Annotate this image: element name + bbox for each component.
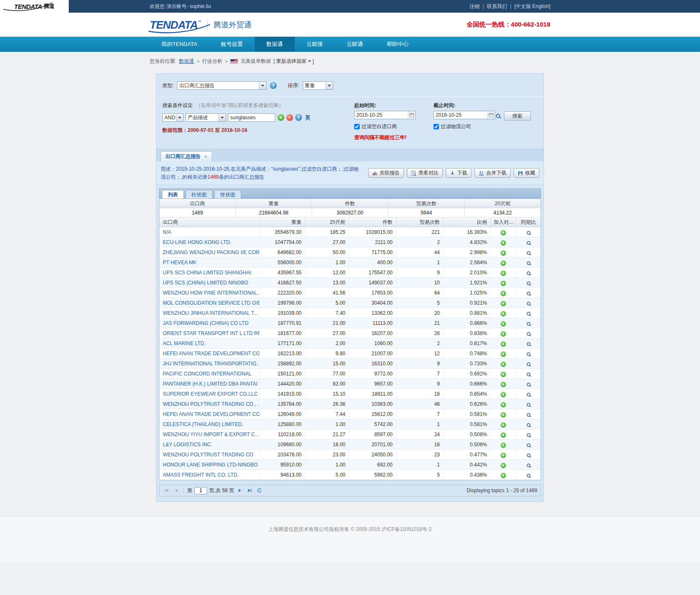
year-compare-magnifier-icon[interactable] [527, 261, 530, 265]
add-to-compare-icon[interactable] [501, 382, 506, 387]
report-type-select[interactable]: 出口商汇总报告 [177, 81, 267, 90]
add-to-compare-icon[interactable] [501, 240, 506, 246]
add-to-compare-icon[interactable] [501, 250, 506, 256]
related-report-button[interactable]: 关联报告 [368, 168, 404, 178]
exporter-name-link[interactable]: PT HEVEA MK [159, 257, 260, 267]
view-compare-button[interactable]: 查看对比 [407, 168, 443, 178]
exporter-name-link[interactable]: PACIFIC CONCORD INTERNATIONAL [159, 369, 260, 378]
exporter-name-link[interactable]: WENZHOU POLYTRUST TRADING CO., ... [159, 399, 260, 409]
start-date-input[interactable]: 2015-10-25 [354, 111, 416, 119]
favorite-button[interactable]: 收藏 [514, 168, 539, 178]
year-compare-magnifier-icon[interactable] [527, 302, 530, 306]
add-to-compare-icon[interactable] [501, 473, 506, 478]
language-link[interactable]: [中文版 English] [514, 3, 550, 10]
year-compare-magnifier-icon[interactable] [527, 362, 530, 366]
exporter-name-link[interactable]: HEFEI ANAN TRADE DEVELOPMENT CO... [159, 348, 260, 358]
add-to-compare-icon[interactable] [501, 260, 506, 266]
year-compare-magnifier-icon[interactable] [527, 342, 530, 346]
year-compare-magnifier-icon[interactable] [527, 373, 530, 376]
year-compare-magnifier-icon[interactable] [527, 464, 530, 467]
year-compare-magnifier-icon[interactable] [527, 423, 530, 427]
exporter-name-link[interactable]: WENZHOU HOW FINE INTERNATIONAL... [159, 288, 260, 298]
reselect-country-link[interactable]: [ 重新选择国家] [273, 58, 314, 65]
year-compare-magnifier-icon[interactable] [527, 332, 530, 336]
year-compare-magnifier-icon[interactable] [527, 271, 530, 275]
add-to-compare-icon[interactable] [501, 281, 506, 286]
remove-condition-icon[interactable] [286, 114, 293, 121]
year-compare-magnifier-icon[interactable] [527, 231, 530, 235]
exporter-name-link[interactable]: WENZHOU JINHUA INTERNATIONAL T... [159, 308, 260, 318]
nav-cloud-mail-search[interactable]: 云邮搜 [295, 37, 335, 52]
exporter-name-link[interactable]: CELESTICA (THAILAND) LIMITED. [159, 419, 260, 429]
exporter-name-link[interactable]: WENZHOU POLYTRUST TRADING CO [159, 450, 260, 459]
col-header-year-compare[interactable]: 同期比 [516, 217, 541, 227]
last-page-button[interactable] [246, 487, 253, 494]
add-to-compare-icon[interactable] [501, 402, 506, 407]
col-header-ratio[interactable]: 比例 [444, 217, 491, 227]
exporter-name-link[interactable]: ECU-LINE HONG KONG LTD. [159, 237, 260, 247]
keyword-input[interactable] [228, 113, 275, 122]
exporter-name-link[interactable]: AMASS FREIGHT INTL CO. LTD. [159, 470, 260, 480]
calendar-icon[interactable] [408, 111, 415, 119]
filter-blank-importer-checkbox[interactable] [354, 124, 360, 129]
add-condition-icon[interactable] [277, 114, 284, 121]
add-to-compare-icon[interactable] [501, 422, 506, 428]
add-to-compare-icon[interactable] [501, 321, 506, 327]
col-header-exporter[interactable]: 出口商 [159, 217, 260, 227]
add-to-compare-icon[interactable] [501, 362, 506, 367]
contact-link[interactable]: 联系我们 [487, 3, 507, 10]
search-field-select[interactable]: 产品描述 [186, 113, 226, 122]
add-to-compare-icon[interactable] [501, 301, 506, 306]
exporter-name-link[interactable]: SUPERIOR EYEWEAR EXPORT CO.LLC [159, 389, 260, 399]
add-to-compare-icon[interactable] [501, 341, 506, 347]
nav-my-tendata[interactable]: 我的TENDATA [150, 37, 209, 52]
exporter-name-link[interactable]: UPS SCS CHINA LIMITED SHANGHAI [159, 268, 260, 277]
year-compare-magnifier-icon[interactable] [527, 453, 530, 457]
prev-page-button[interactable] [172, 487, 180, 494]
nav-cloud-mail[interactable]: 云邮通 [335, 37, 375, 52]
tab-bar-chart-view[interactable]: 柱状图 [186, 190, 213, 198]
tab-list-view[interactable]: 列表 [162, 190, 184, 198]
nav-help-center[interactable]: 帮助中心 [375, 37, 420, 52]
year-compare-magnifier-icon[interactable] [527, 403, 530, 407]
sort-select[interactable]: 重量 [303, 81, 333, 90]
next-page-button[interactable] [236, 487, 244, 494]
add-to-compare-icon[interactable] [501, 291, 506, 296]
exporter-name-link[interactable]: ACL MARINE LTD. [159, 338, 260, 348]
add-to-compare-icon[interactable] [501, 351, 506, 357]
exporter-name-link[interactable]: HEFEI ANAN TRADE DEVELOPMENT CO... [159, 409, 260, 419]
english-toggle-link[interactable]: 英 [305, 114, 310, 121]
col-header-pieces[interactable]: 件数 [349, 217, 396, 227]
add-to-compare-icon[interactable] [501, 230, 506, 236]
exporter-name-link[interactable]: ZHEJIANG WENZHOU PACKING I/E CORP. [159, 247, 260, 257]
help-icon[interactable] [270, 82, 277, 89]
tab-pie-chart-view[interactable]: 饼状图 [214, 190, 241, 198]
breadcrumb-datatong-link[interactable]: 数据通 [179, 58, 194, 65]
add-to-compare-icon[interactable] [501, 442, 506, 448]
tendata-logo-small[interactable]: TENDATA 腾道 [0, 0, 69, 13]
filter-logistics-checkbox[interactable] [433, 124, 439, 129]
add-to-compare-icon[interactable] [501, 271, 506, 276]
year-compare-magnifier-icon[interactable] [527, 443, 530, 447]
add-to-compare-icon[interactable] [501, 432, 506, 438]
add-to-compare-icon[interactable] [501, 331, 506, 337]
exporter-name-link[interactable]: L&Y LOGISTICS INC. [159, 440, 260, 449]
add-to-compare-icon[interactable] [501, 372, 506, 377]
year-compare-magnifier-icon[interactable] [527, 281, 530, 285]
report-tab[interactable]: 出口商汇总报告 [161, 151, 212, 161]
search-button[interactable]: 搜索 [504, 111, 531, 121]
exporter-name-link[interactable]: JAS FORWARDING (CHINA) CO LTD [159, 318, 260, 328]
exporter-name-link[interactable]: ORIENT STAR TRANSPORT INT L LTD RM [159, 328, 260, 338]
nav-account-settings[interactable]: 账号设置 [209, 37, 255, 52]
col-header-teu[interactable]: 20尺柜 [305, 217, 349, 227]
year-compare-magnifier-icon[interactable] [527, 433, 530, 437]
add-to-compare-icon[interactable] [501, 463, 506, 468]
year-compare-magnifier-icon[interactable] [527, 393, 530, 397]
year-compare-magnifier-icon[interactable] [527, 312, 530, 316]
logout-link[interactable]: 注销 [469, 3, 479, 10]
add-to-compare-icon[interactable] [501, 453, 506, 458]
year-compare-magnifier-icon[interactable] [527, 413, 530, 417]
calendar-icon[interactable] [487, 111, 495, 119]
add-to-compare-icon[interactable] [501, 311, 506, 316]
close-icon[interactable] [204, 153, 207, 160]
